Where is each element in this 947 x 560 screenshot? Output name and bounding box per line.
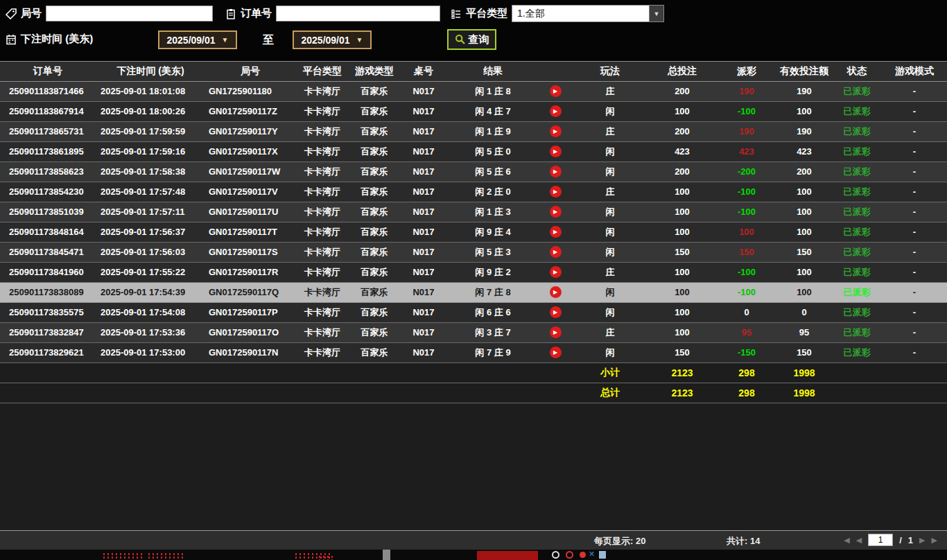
replay-icon[interactable]: ▶ (550, 226, 562, 238)
round-number-filter: 局号 (6, 6, 213, 21)
summary-cell: 1998 (776, 383, 832, 403)
table-row[interactable]: 2509011838714662025-09-01 18:01:08GN1725… (0, 81, 947, 101)
cell-valid: 190 (776, 121, 832, 141)
cell-game: 百家乐 (349, 282, 399, 302)
background-banker-dot (580, 552, 586, 558)
cell-game: 百家乐 (349, 101, 399, 121)
cell-result: 闲 7 庄 8 (448, 282, 538, 302)
cell-total: 423 (648, 141, 717, 161)
cell-platform: 卡卡湾厅 (295, 302, 349, 322)
table-row[interactable]: 2509011738454712025-09-01 17:56:03GN0172… (0, 242, 947, 262)
replay-icon[interactable]: ▶ (550, 206, 562, 218)
replay-cell: ▶ (538, 242, 573, 262)
cell-order: 250901173832847 (0, 322, 96, 342)
cell-order: 250901173829621 (0, 342, 96, 362)
cell-mode: - (882, 182, 947, 202)
summary-cell: 1998 (776, 362, 832, 383)
chevron-down-icon: ▼ (356, 36, 363, 44)
replay-icon[interactable]: ▶ (550, 85, 562, 97)
table-row[interactable]: 2509011738586232025-09-01 17:58:38GN0172… (0, 161, 947, 182)
table-row[interactable]: 2509011738328472025-09-01 17:53:36GN0172… (0, 322, 947, 342)
summary-cell: 小计 (573, 362, 648, 383)
prev-page-button[interactable]: ◀ (856, 536, 862, 545)
table-row[interactable]: 2509011738542302025-09-01 17:57:48GN0172… (0, 182, 947, 202)
cell-order: 250901173835575 (0, 302, 96, 322)
table-row[interactable]: 2509011738510392025-09-01 17:57:11GN0172… (0, 202, 947, 222)
table-row[interactable]: 2509011738657312025-09-01 17:59:59GN0172… (0, 121, 947, 141)
platform-select[interactable]: 1.全部 ▼ (512, 5, 664, 22)
table-row[interactable]: 2509011738296212025-09-01 17:53:00GN0172… (0, 342, 947, 362)
summary-empty-cell (295, 383, 349, 403)
summary-empty-cell (295, 362, 349, 383)
column-header: 结果 (448, 62, 538, 81)
replay-icon[interactable]: ▶ (550, 105, 562, 117)
cell-table_no: N017 (399, 202, 448, 222)
replay-icon[interactable]: ▶ (550, 166, 562, 177)
round-number-input[interactable] (46, 6, 213, 21)
summary-cell: 总计 (573, 383, 648, 403)
cell-mode: - (882, 161, 947, 182)
total-count-label: 共计: (727, 536, 747, 546)
total-row: 总计21232981998 (0, 383, 947, 403)
replay-icon[interactable]: ▶ (550, 306, 562, 318)
cell-payout: -100 (717, 262, 776, 282)
table-row[interactable]: 2509011738380892025-09-01 17:54:39GN0172… (0, 282, 947, 302)
replay-icon[interactable]: ▶ (550, 125, 562, 137)
cell-valid: 150 (776, 242, 832, 262)
cell-game: 百家乐 (349, 222, 399, 242)
cell-mode: - (882, 222, 947, 242)
replay-icon[interactable]: ▶ (550, 347, 562, 358)
replay-icon[interactable]: ▶ (550, 266, 562, 278)
cell-round: GN0172590117O (205, 322, 295, 342)
summary-empty-cell (832, 362, 882, 383)
cell-platform: 卡卡湾厅 (295, 262, 349, 282)
table-row[interactable]: 2509011738355752025-09-01 17:54:08GN0172… (0, 302, 947, 322)
summary-cell: 2123 (648, 362, 717, 383)
cell-total: 200 (648, 121, 717, 141)
chevron-down-icon: ▼ (222, 36, 229, 44)
last-page-button[interactable]: ▶ (932, 536, 937, 545)
cell-result: 闲 6 庄 6 (448, 302, 538, 322)
table-row[interactable]: 2509011738481642025-09-01 17:56:37GN0172… (0, 222, 947, 242)
search-button[interactable]: 查询 (447, 29, 496, 50)
replay-cell: ▶ (538, 282, 573, 302)
cell-game: 百家乐 (349, 322, 399, 342)
replay-icon[interactable]: ▶ (550, 286, 562, 298)
cell-status: 已派彩 (832, 242, 882, 262)
page-number-input[interactable] (868, 534, 893, 546)
date-from-picker[interactable]: 2025/09/01 ▼ (158, 30, 237, 49)
cell-valid: 150 (776, 342, 832, 362)
cell-time: 2025-09-01 18:01:08 (96, 81, 205, 101)
cell-mode: - (882, 302, 947, 322)
replay-icon[interactable]: ▶ (550, 326, 562, 338)
cell-round: GN0172590117V (205, 182, 295, 202)
replay-cell: ▶ (538, 322, 573, 342)
cell-payout: 100 (717, 222, 776, 242)
summary-empty-cell (538, 383, 573, 403)
cell-play: 闲 (573, 101, 648, 121)
cell-platform: 卡卡湾厅 (295, 202, 349, 222)
replay-cell: ▶ (538, 101, 573, 121)
next-page-button[interactable]: ▶ (919, 536, 925, 545)
replay-icon[interactable]: ▶ (550, 186, 562, 198)
replay-icon[interactable]: ▶ (550, 246, 562, 258)
order-number-input[interactable] (276, 6, 440, 21)
cell-order: 250901173845471 (0, 242, 96, 262)
first-page-button[interactable]: ◀ (844, 536, 849, 545)
table-row[interactable]: 2509011738618952025-09-01 17:59:16GN0172… (0, 141, 947, 161)
cell-payout: 95 (717, 322, 776, 342)
table-row[interactable]: 2509011738419602025-09-01 17:55:22GN0172… (0, 262, 947, 282)
table-row[interactable]: 2509011838679142025-09-01 18:00:26GN0172… (0, 101, 947, 121)
replay-icon[interactable]: ▶ (550, 146, 562, 157)
cell-status: 已派彩 (832, 101, 882, 121)
replay-cell: ▶ (538, 302, 573, 322)
cell-payout: -100 (717, 202, 776, 222)
summary-empty-cell (96, 362, 205, 383)
summary-empty-cell (399, 362, 448, 383)
background-banker-circle (566, 551, 573, 559)
background-blue-artifact (599, 551, 606, 559)
cell-round: GN0172590117Z (205, 101, 295, 121)
round-number-label: 局号 (21, 7, 42, 20)
date-to-picker[interactable]: 2025/09/01 ▼ (293, 30, 372, 49)
filter-bar: 局号 订单号 平台类型 1.全部 ▼ 下注时间 (美东) (0, 0, 947, 61)
